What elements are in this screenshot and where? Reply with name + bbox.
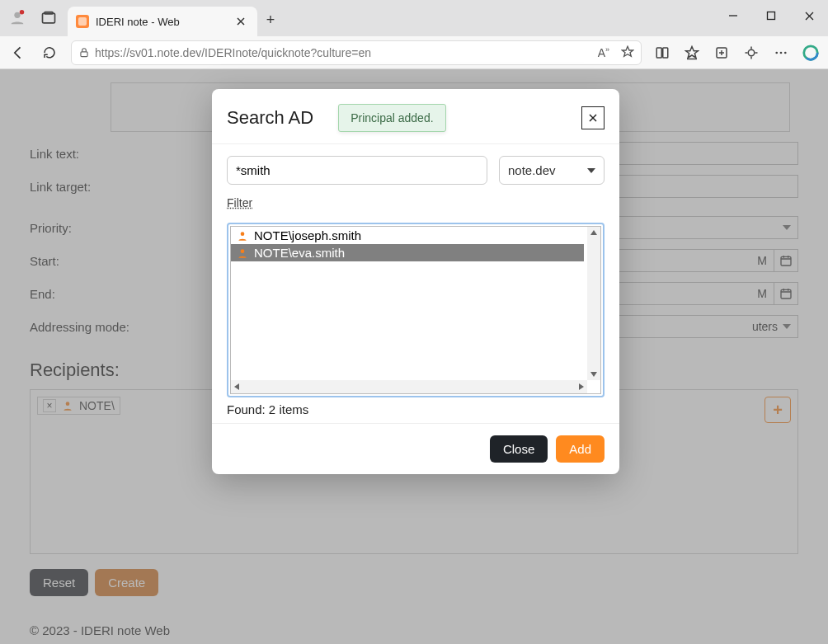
browser-tab[interactable]: IDERI note - Web [68,7,257,36]
user-icon [236,230,249,242]
more-icon[interactable] [772,45,790,60]
svg-point-11 [780,51,783,54]
refresh-button[interactable] [40,45,59,60]
chevron-down-icon [587,168,595,173]
favicon-icon [76,15,89,28]
window-maximize-button[interactable] [752,0,790,31]
add-button[interactable]: Add [556,435,605,463]
search-ad-modal: Search AD Principal added. note.dev Filt… [212,89,619,474]
svg-rect-4 [768,12,775,20]
horizontal-scrollbar[interactable] [231,380,587,393]
modal-close-button[interactable] [581,106,605,129]
search-input[interactable] [227,156,487,185]
result-item[interactable]: NOTE\eva.smith [231,244,584,261]
modal-title: Search AD [227,107,313,129]
domain-select[interactable]: note.dev [499,156,605,185]
reader-icon[interactable]: A» [598,45,609,59]
result-item[interactable]: NOTE\joseph.smith [231,227,584,244]
svg-point-19 [241,249,245,253]
new-tab-button[interactable]: + [257,7,284,33]
svg-rect-7 [663,48,668,58]
svg-rect-5 [81,51,87,56]
profile-icon[interactable] [7,7,28,29]
results-count: Found: 2 items [227,402,605,416]
window-minimize-button[interactable] [714,0,752,31]
svg-point-12 [784,51,787,54]
url-text: https://sv01.note.dev/IDERInote/quicknot… [95,46,598,59]
window-close-button[interactable] [790,0,828,31]
filter-dropdown[interactable]: Filter [227,196,256,209]
svg-rect-2 [43,13,55,23]
split-screen-icon[interactable] [653,45,671,60]
back-button[interactable] [8,45,28,61]
svg-point-10 [775,51,778,54]
vertical-scrollbar[interactable] [587,227,600,380]
tab-overview-icon[interactable] [38,7,59,29]
user-icon [236,247,249,259]
result-label: NOTE\eva.smith [254,246,345,260]
tab-close-button[interactable] [233,13,249,30]
collections-icon[interactable] [713,45,731,60]
close-button[interactable]: Close [490,435,548,463]
favorite-icon[interactable] [621,45,634,59]
svg-point-18 [241,232,245,236]
svg-point-1 [20,10,25,14]
results-listbox[interactable]: NOTE\joseph.smithNOTE\eva.smith [227,223,605,397]
toast-message: Principal added. [338,104,445,132]
domain-select-value: note.dev [508,163,556,177]
browser-toolbar: https://sv01.note.dev/IDERInote/quicknot… [0,36,828,69]
copilot-icon[interactable] [802,44,820,62]
svg-rect-6 [656,48,661,58]
result-label: NOTE\joseph.smith [254,228,361,242]
lock-icon [78,47,90,59]
svg-point-9 [748,49,755,56]
extensions-icon[interactable] [742,45,760,60]
tab-title: IDERI note - Web [96,16,233,28]
address-bar[interactable]: https://sv01.note.dev/IDERInote/quicknot… [71,40,642,65]
svg-point-0 [14,12,20,18]
favorites-icon[interactable] [683,45,701,60]
window-titlebar: IDERI note - Web + [0,0,828,36]
